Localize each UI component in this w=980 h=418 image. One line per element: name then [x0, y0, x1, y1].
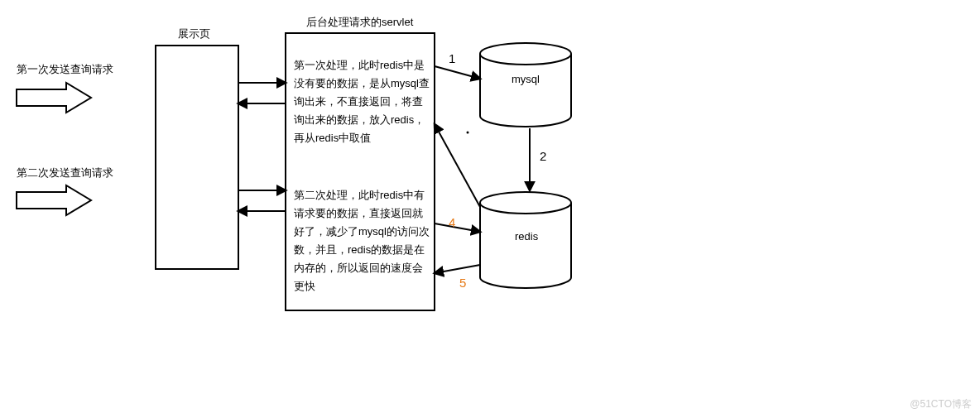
label-req1: 第一次发送查询请求	[17, 62, 113, 77]
label-display-page: 展示页	[178, 26, 210, 41]
edge-num-4: 4	[449, 215, 455, 229]
svg-line-10	[435, 124, 480, 207]
svg-line-13	[435, 265, 480, 273]
svg-point-3	[480, 192, 571, 214]
desc-first: 第一次处理，此时redis中是没有要的数据，是从mysql查询出来，不直接返回，…	[294, 56, 430, 147]
watermark: @51CTO博客	[910, 397, 972, 411]
svg-point-2	[480, 43, 571, 65]
label-redis: redis	[515, 230, 538, 243]
label-mysql: mysql	[512, 73, 540, 85]
edge-num-1: 1	[449, 51, 455, 65]
edge-num-5: 5	[459, 276, 466, 290]
desc-second: 第二次处理，此时redis中有请求要的数据，直接返回就好了，减少了mysql的访…	[294, 186, 430, 296]
svg-line-8	[435, 66, 480, 79]
svg-point-11	[467, 132, 469, 134]
edge-num-2: 2	[540, 149, 546, 163]
svg-line-12	[435, 223, 480, 232]
label-servlet: 后台处理请求的servlet	[306, 15, 413, 30]
svg-rect-0	[156, 46, 238, 269]
label-req2: 第二次发送查询请求	[17, 166, 113, 180]
